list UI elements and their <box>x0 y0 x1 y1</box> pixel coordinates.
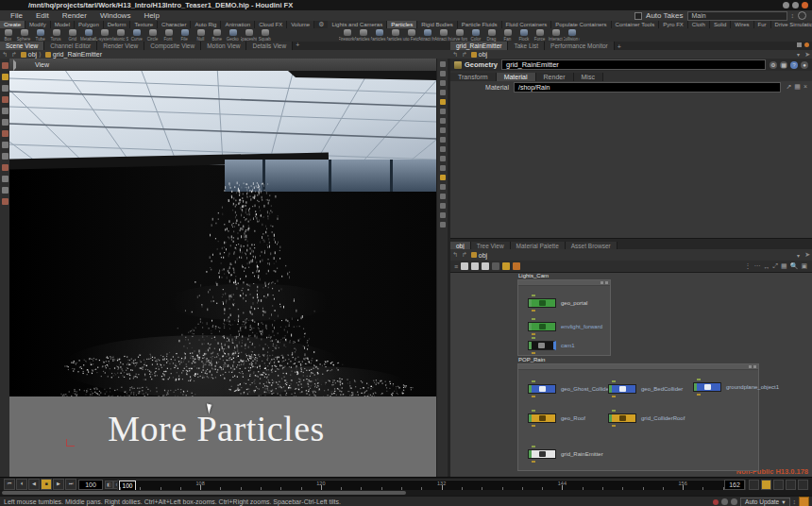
paint-icon[interactable] <box>2 85 8 92</box>
cook-indicator-icon[interactable] <box>731 498 737 505</box>
net-breadcrumb-root[interactable]: obj <box>479 252 487 259</box>
tool-interact[interactable]: Interact <box>548 28 564 42</box>
pane-menu-icon[interactable] <box>804 42 809 47</box>
pan-icon[interactable] <box>440 71 446 76</box>
node-cam1[interactable]: cam1 <box>528 340 575 351</box>
overflow-dots-icon[interactable]: ⋮ <box>744 262 751 270</box>
breadcrumb-root-right[interactable]: obj <box>479 51 487 58</box>
wireframe-icon[interactable] <box>440 127 446 133</box>
node-geo-ghost-collider[interactable]: geo_Ghost_Collider <box>528 383 611 395</box>
shelf-tab-modify[interactable]: Modify <box>25 21 51 28</box>
isolate-icon[interactable] <box>440 184 446 190</box>
menu-icon[interactable]: ≡ <box>454 263 458 270</box>
node-envlight-forward[interactable]: envlight_forward <box>528 321 602 332</box>
forward-arrow-icon[interactable]: ↱ <box>9 51 19 59</box>
tab-channel-editor[interactable]: Channel Editor <box>44 42 97 50</box>
tool-metaball[interactable]: Metaball <box>80 28 96 42</box>
menu-file[interactable]: File <box>4 11 29 20</box>
network-editor-canvas[interactable]: Non-Public H13.0.178 Lights_Camgeo_porta… <box>450 273 812 477</box>
path-dropdown-icon[interactable]: ▾ <box>794 51 803 58</box>
tool-box[interactable]: Box <box>0 28 16 42</box>
lighting-icon[interactable] <box>440 137 446 143</box>
tool-color[interactable]: Color <box>467 28 483 42</box>
tool-squab[interactable]: Squab <box>257 28 273 42</box>
shelf-tab-particle-fluids[interactable]: Particle Fluids <box>458 21 502 28</box>
frame-icon[interactable] <box>440 99 446 105</box>
node-groundplane-object1[interactable]: groundplane_object1 <box>693 381 779 393</box>
breadcrumb-root[interactable]: obj <box>28 51 37 58</box>
breadcrumb-node[interactable]: grid_RainEmitter <box>53 51 102 58</box>
update-spinner-icon[interactable]: ↕ <box>793 498 797 505</box>
close-button[interactable] <box>802 2 808 8</box>
shelf-tab-drive-simulation[interactable]: Drive Simulation <box>771 21 812 28</box>
camera-icon[interactable] <box>440 146 446 152</box>
shelf-tab-deform[interactable]: Deform <box>104 21 131 28</box>
tool-bone[interactable]: Bone <box>209 28 225 42</box>
zoom-icon[interactable] <box>440 80 446 86</box>
shelf-tab-wires[interactable]: Wires <box>731 21 753 28</box>
node-template-icon[interactable] <box>471 262 479 270</box>
material-field[interactable]: /shop/Rain <box>514 82 781 93</box>
tool-force[interactable]: Force <box>532 28 548 42</box>
points-icon[interactable] <box>440 203 446 209</box>
open-chooser-icon[interactable]: ▦ <box>794 83 801 91</box>
step-size-icon[interactable] <box>773 480 784 490</box>
range-lock-icon[interactable]: ◧ <box>105 481 113 489</box>
loop-mode-icon[interactable] <box>761 480 771 490</box>
menu-windows[interactable]: Windows <box>93 11 137 20</box>
view-tool-icon[interactable] <box>440 61 446 67</box>
render-icon[interactable] <box>2 164 8 171</box>
tool-particles-fr[interactable]: Particles fr <box>387 28 403 42</box>
display-options-icon[interactable] <box>440 175 446 180</box>
node-geo-bedcollider[interactable]: geo_BedCollider <box>608 383 683 395</box>
tool-gecko[interactable]: Gecko <box>225 28 241 42</box>
take-spinner-icon[interactable]: ↕ <box>791 12 795 19</box>
maximize-button[interactable] <box>792 2 799 8</box>
tool-circle[interactable]: Circle <box>144 28 161 42</box>
net-pin-icon[interactable]: ➤ <box>803 251 812 259</box>
shelf-tab-texture[interactable]: Texture <box>130 21 158 28</box>
frame-all-icon[interactable]: ▣ <box>801 262 807 270</box>
shelf-tab-auto-rig[interactable]: Auto Rig <box>191 21 221 28</box>
error-indicator-icon[interactable] <box>713 499 719 505</box>
pin-icon[interactable] <box>2 130 8 137</box>
snap-view-icon[interactable] <box>440 165 446 171</box>
tab-scene-view[interactable]: Scene View <box>0 42 44 50</box>
shelf-tab-lights-and-cameras[interactable]: Lights and Cameras <box>328 21 387 28</box>
help-icon[interactable]: ? <box>790 61 798 69</box>
tool-platonic-so[interactable]: Platonic So <box>112 28 128 42</box>
network-box-pop-rain[interactable]: POP_Raingeo_Ghost_Collidergeo_BedCollide… <box>517 363 759 471</box>
notification-icon[interactable] <box>798 11 806 20</box>
node-grid-rainemitter[interactable]: grid_RainEmitter <box>528 448 603 460</box>
tool-curve[interactable]: Curve <box>128 28 144 42</box>
shelf-tab-container-tools[interactable]: Container Tools <box>612 21 660 28</box>
tool-l-system[interactable]: L-system <box>96 28 112 42</box>
take-selector[interactable]: Main <box>687 11 787 21</box>
tool-font[interactable]: Font <box>161 28 177 42</box>
tab-render-view[interactable]: Render View <box>97 42 144 50</box>
grid-icon[interactable] <box>440 156 446 161</box>
minimize-button[interactable] <box>783 2 789 8</box>
tool-collision-d[interactable]: Collision d <box>564 28 580 42</box>
tool-fan[interactable]: Fan <box>499 28 516 42</box>
prev-keyframe-icon[interactable]: ⏴ <box>16 479 27 490</box>
param-tab-material[interactable]: Material <box>497 73 536 81</box>
tool-flock[interactable]: Flock <box>516 28 532 42</box>
tab-details-view[interactable]: Details View <box>246 42 293 50</box>
forward-arrow-icon-right[interactable]: ↱ <box>460 51 469 59</box>
shelf-tab-create[interactable]: Create <box>0 21 25 28</box>
shelf-tab-polygon[interactable]: Polygon <box>75 21 104 28</box>
scene-viewport[interactable]: View More Particles <box>9 59 436 477</box>
param-tab-misc[interactable]: Misc <box>574 73 603 81</box>
tool-attract-fro[interactable]: Attract fro <box>435 28 451 42</box>
tool-torus[interactable]: Torus <box>48 28 64 42</box>
rewind-icon[interactable]: ⏮ <box>4 479 15 490</box>
key-icon[interactable] <box>2 153 8 160</box>
viewport-menu-icon[interactable] <box>13 59 22 71</box>
shelf-tab-model[interactable]: Model <box>51 21 75 28</box>
playbar-options-icon[interactable] <box>798 480 808 490</box>
tab-take-list[interactable]: Take List <box>508 42 545 50</box>
shelf-tab-animation[interactable]: Animation <box>221 21 255 28</box>
param-tab-transform[interactable]: Transform <box>450 73 497 81</box>
scrollbar-thumb[interactable] <box>2 491 406 495</box>
